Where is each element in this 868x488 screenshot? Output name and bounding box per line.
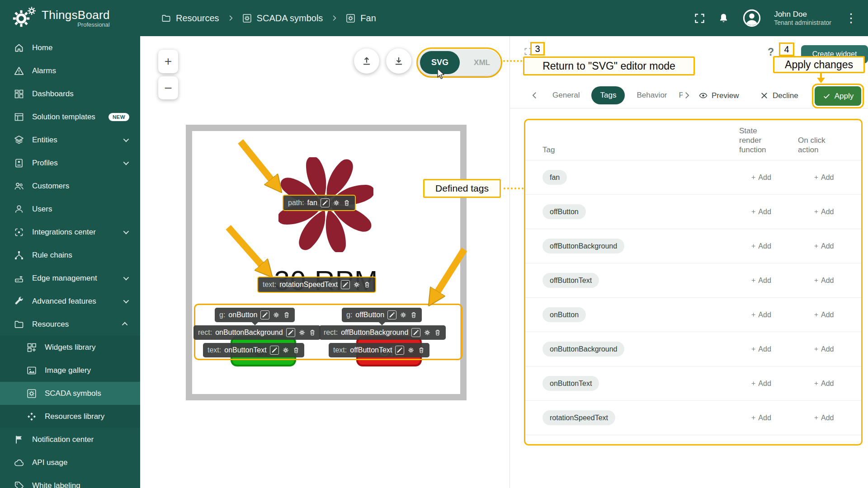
delete-tag-icon[interactable] <box>363 281 371 288</box>
sidebar-item[interactable]: Dashboards <box>0 82 140 105</box>
add-on-click-action-button[interactable]: Add <box>813 277 846 285</box>
sidebar-item[interactable]: Rule chains <box>0 244 140 267</box>
sidebar-item[interactable]: Resources <box>0 313 140 336</box>
tab-tags[interactable]: Tags <box>591 86 625 104</box>
xml-mode-button[interactable]: XML <box>474 50 490 75</box>
breadcrumb: Resources SCADA symbols Fan <box>161 13 376 23</box>
add-state-render-function-button[interactable]: Add <box>750 414 787 422</box>
gear-logo-icon <box>12 6 35 30</box>
tag-chip-path-fan[interactable]: path:fan <box>283 195 356 211</box>
breadcrumb-scada-symbols[interactable]: SCADA symbols <box>242 13 323 23</box>
zoom-out-button[interactable]: − <box>158 76 178 99</box>
sidebar-item-label: Image gallery <box>45 366 91 375</box>
fullscreen-icon[interactable] <box>693 12 706 24</box>
sidebar-item[interactable]: Resources library <box>0 405 140 428</box>
delete-tag-icon[interactable] <box>418 347 425 354</box>
tabs-scroll-left-icon[interactable] <box>530 90 540 100</box>
sidebar-item[interactable]: Widgets library <box>0 336 140 359</box>
sidebar-item[interactable]: Home <box>0 36 140 59</box>
edit-tag-icon[interactable] <box>411 328 420 337</box>
sidebar-item[interactable]: Integrations center <box>0 221 140 244</box>
upload-button[interactable] <box>354 48 379 74</box>
sidebar-item[interactable]: API usage <box>0 451 140 474</box>
sidebar-item[interactable]: Customers <box>0 174 140 197</box>
breadcrumb-fan[interactable]: Fan <box>345 13 376 23</box>
tag-settings-icon[interactable] <box>298 329 306 336</box>
apply-button[interactable]: Apply <box>815 86 861 106</box>
tag-settings-icon[interactable] <box>400 311 407 319</box>
tag-settings-icon[interactable] <box>273 311 280 319</box>
callout-step-4-number: 4 <box>779 42 794 56</box>
user-info[interactable]: John Doe Tenant administrator <box>774 9 831 27</box>
add-on-click-action-button[interactable]: Add <box>813 174 846 182</box>
tag-chip-text-rotationSpeedText[interactable]: text:rotationSpeedText <box>257 277 376 293</box>
home-icon <box>14 42 24 53</box>
tag-settings-icon[interactable] <box>353 281 360 288</box>
add-on-click-action-button[interactable]: Add <box>813 208 846 216</box>
breadcrumb-resources[interactable]: Resources <box>161 13 219 23</box>
more-menu-icon[interactable]: ⋮ <box>843 11 859 25</box>
zoom-in-button[interactable]: + <box>158 50 178 73</box>
add-on-click-action-button[interactable]: Add <box>813 380 846 388</box>
add-state-render-function-button[interactable]: Add <box>750 174 787 182</box>
add-state-render-function-button[interactable]: Add <box>750 242 787 250</box>
tag-chip-rect-offButtonBackground[interactable]: rect:offButtonBackground <box>319 325 446 340</box>
download-button[interactable] <box>386 48 411 74</box>
tabs-scroll-right-icon[interactable] <box>682 90 692 100</box>
edit-tag-icon[interactable] <box>321 198 330 207</box>
sidebar-item[interactable]: White labeling <box>0 474 140 488</box>
tag-chip-rect-onButtonBackground[interactable]: rect:onButtonBackground <box>193 325 321 340</box>
tag-chip-g-offButton[interactable]: g:offButton <box>342 308 422 322</box>
decline-button[interactable]: Decline <box>760 91 798 100</box>
tag-chip-text-offButtonText[interactable]: text:offButtonText <box>329 343 429 357</box>
user-avatar[interactable] <box>741 8 762 28</box>
add-state-render-function-button[interactable]: Add <box>750 311 787 319</box>
tag-settings-icon[interactable] <box>333 199 340 206</box>
sidebar-item[interactable]: Advanced features <box>0 290 140 313</box>
edit-tag-icon[interactable] <box>341 280 350 289</box>
add-on-click-action-button[interactable]: Add <box>813 311 846 319</box>
tag-chip-text-onButtonText[interactable]: text:onButtonText <box>203 343 304 357</box>
edit-tag-icon[interactable] <box>395 346 404 355</box>
tabbar-divider <box>510 108 868 108</box>
delete-tag-icon[interactable] <box>343 199 350 206</box>
add-on-click-action-button[interactable]: Add <box>813 414 846 422</box>
sidebar-item[interactable]: Users <box>0 197 140 221</box>
profiles-icon <box>14 158 24 169</box>
edit-tag-icon[interactable] <box>286 328 295 337</box>
tag-settings-icon[interactable] <box>407 347 415 354</box>
delete-tag-icon[interactable] <box>410 311 417 319</box>
sidebar-item-label: Users <box>32 205 52 214</box>
add-state-render-function-button[interactable]: Add <box>750 345 787 353</box>
sidebar-item[interactable]: Image gallery <box>0 359 140 382</box>
sidebar-item[interactable]: Entities <box>0 128 140 151</box>
edit-tag-icon[interactable] <box>387 310 396 319</box>
edit-tag-icon[interactable] <box>270 346 279 355</box>
preview-button[interactable]: Preview <box>698 91 739 100</box>
delete-tag-icon[interactable] <box>309 329 316 336</box>
tag-table-row: onButtonBackground Add Add <box>525 332 861 366</box>
add-on-click-action-button[interactable]: Add <box>813 242 846 250</box>
sidebar-item[interactable]: Edge management <box>0 267 140 290</box>
delete-tag-icon[interactable] <box>283 311 290 319</box>
add-state-render-function-button[interactable]: Add <box>750 208 787 216</box>
sidebar-item[interactable]: Profiles <box>0 151 140 174</box>
sidebar-item[interactable]: SCADA symbols <box>0 382 140 405</box>
tab-general[interactable]: General <box>552 91 580 100</box>
notifications-bell-icon[interactable] <box>717 12 730 24</box>
thingsboard-logo[interactable]: ThingsBoard Professional <box>0 6 140 30</box>
tag-settings-icon[interactable] <box>424 329 431 336</box>
tag-chip-g-onButton[interactable]: g:onButton <box>215 308 295 322</box>
edit-tag-icon[interactable] <box>260 310 269 319</box>
sidebar-item[interactable]: Alarms <box>0 59 140 82</box>
delete-tag-icon[interactable] <box>434 329 441 336</box>
delete-tag-icon[interactable] <box>292 347 300 354</box>
sidebar-item[interactable]: Notification center <box>0 428 140 451</box>
tab-behavior[interactable]: Behavior <box>637 91 667 100</box>
add-state-render-function-button[interactable]: Add <box>750 277 787 285</box>
add-state-render-function-button[interactable]: Add <box>750 380 787 388</box>
add-on-click-action-button[interactable]: Add <box>813 345 846 353</box>
tag-settings-icon[interactable] <box>282 347 289 354</box>
new-badge: NEW <box>108 113 129 121</box>
sidebar-item[interactable]: Solution templates NEW <box>0 105 140 128</box>
